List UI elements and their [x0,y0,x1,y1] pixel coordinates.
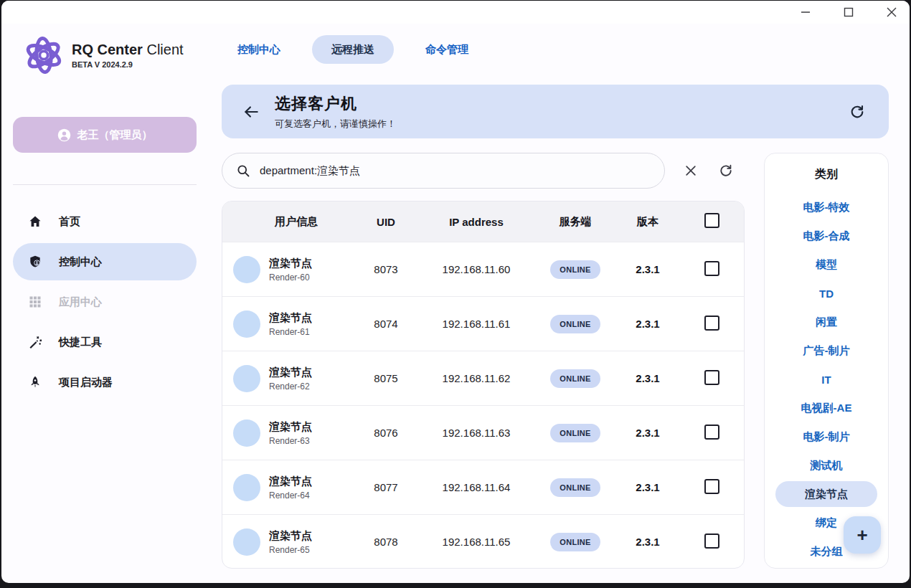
col-header-user: 用户信息 [222,215,354,229]
client-ip: 192.168.11.62 [417,372,535,384]
category-item[interactable]: 广告-制片 [765,336,888,365]
table-row[interactable]: 渲染节点 Render-61 8074 192.168.11.61 ONLINE… [222,296,744,351]
client-ip: 192.168.11.61 [417,318,535,330]
row-checkbox[interactable] [704,534,719,549]
status-badge: ONLINE [550,369,600,388]
status-badge: ONLINE [550,533,600,551]
status-badge: ONLINE [550,260,600,279]
tab-remote-push[interactable]: 远程推送 [312,35,394,64]
rocket-icon [27,374,43,390]
app-version: BETA V 2024.2.9 [72,60,184,69]
clear-icon [684,163,698,178]
tab-command-management[interactable]: 命令管理 [423,43,471,57]
user-badge[interactable]: 老王（管理员） [13,117,197,153]
row-checkbox[interactable] [704,261,719,276]
client-name: 渲染节点 [269,420,312,434]
client-ip: 192.168.11.64 [417,481,535,493]
search-box[interactable] [222,153,665,189]
category-item-selected[interactable]: 渲染节点 [775,481,877,507]
row-checkbox[interactable] [704,316,719,331]
sidebar-item-quick-tools[interactable]: 快捷工具 [13,323,197,361]
sidebar-item-control-center[interactable]: 控制中心 [13,243,197,280]
col-header-server: 服务端 [535,215,615,229]
client-name: 渲染节点 [269,257,312,270]
category-item[interactable]: 模型 [765,250,888,279]
top-nav: 控制中心 远程推送 命令管理 [235,35,471,64]
search-refresh-button[interactable] [717,161,735,180]
category-item[interactable]: 电视剧-AE [765,394,888,422]
category-panel-title: 类别 [765,167,888,182]
category-item[interactable]: TD [765,279,888,308]
sidebar-divider [13,184,197,185]
status-badge: ONLINE [550,424,600,442]
row-checkbox[interactable] [704,479,719,494]
category-item[interactable]: 测试机 [765,451,888,480]
client-uid: 8076 [354,427,417,439]
close-button[interactable] [884,4,900,20]
sidebar-item-app-center: 应用中心 [13,283,197,321]
refresh-icon [849,103,866,120]
status-badge: ONLINE [550,478,600,497]
row-checkbox[interactable] [704,370,719,385]
refresh-icon [718,163,734,179]
plus-icon: + [856,524,867,546]
sidebar-item-home[interactable]: 首页 [13,203,197,240]
search-input[interactable] [258,164,664,178]
add-category-button[interactable]: + [844,516,881,554]
sidebar-item-label: 快捷工具 [59,336,102,349]
sidebar-item-label: 首页 [59,215,80,229]
select-all-checkbox[interactable] [704,213,719,228]
sidebar-item-project-launcher[interactable]: 项目启动器 [13,364,197,401]
category-item[interactable]: IT [765,365,888,394]
table-header: 用户信息 UID IP address 服务端 版本 [222,201,744,242]
sidebar-item-label: 应用中心 [59,295,102,309]
search-icon [236,163,250,178]
maximize-button[interactable] [841,4,856,20]
app-window: RQ Center Client BETA V 2024.2.9 老王（管理员）… [1,1,910,583]
client-name: 渲染节点 [269,366,312,379]
avatar [233,310,260,338]
atom-logo-icon [22,33,66,77]
category-item[interactable]: 电影-特效 [765,193,888,222]
sidebar-item-label: 控制中心 [59,255,102,269]
app-title: RQ Center Client [72,42,184,57]
banner-refresh-button[interactable] [847,102,867,122]
category-item[interactable]: 电影-制片 [765,422,888,451]
category-list: 电影-特效 电影-合成 模型 TD 闲置 广告-制片 IT 电视剧-AE 电影-… [765,193,888,566]
sidebar-menu: 首页 控制中心 应用中心 快捷工具 项目启动器 [13,203,197,404]
minimize-button[interactable] [798,4,813,20]
client-ip: 192.168.11.63 [417,427,535,439]
table-row[interactable]: 渲染节点 Render-62 8075 192.168.11.62 ONLINE… [222,351,744,405]
row-checkbox[interactable] [704,425,719,440]
clear-search-button[interactable] [681,161,700,180]
client-uid: 8075 [354,372,417,384]
table-row[interactable]: 渲染节点 Render-65 8078 192.168.11.65 ONLINE… [222,514,744,569]
client-version: 2.3.1 [615,481,680,493]
close-icon [887,7,897,17]
status-badge: ONLINE [550,315,600,333]
select-client-banner: 选择客户机 可复选客户机，请谨慎操作！ [222,85,889,138]
client-hostname: Render-60 [269,272,312,283]
category-item[interactable]: 电影-合成 [765,222,888,250]
client-version: 2.3.1 [615,318,680,330]
user-label: 老王（管理员） [77,128,153,142]
col-header-uid: UID [354,216,417,228]
client-hostname: Render-62 [269,381,312,392]
table-row[interactable]: 渲染节点 Render-60 8073 192.168.11.60 ONLINE… [222,242,744,296]
table-row[interactable]: 渲染节点 Render-63 8076 192.168.11.63 ONLINE… [222,405,744,460]
page-title: 选择客户机 [275,93,396,115]
avatar [233,528,260,556]
client-ip: 192.168.11.60 [417,263,535,275]
table-row[interactable]: 渲染节点 Render-64 8077 192.168.11.64 ONLINE… [222,460,744,514]
tab-control-center[interactable]: 控制中心 [235,43,283,57]
client-version: 2.3.1 [615,427,680,439]
client-uid: 8074 [354,318,417,330]
avatar [233,365,260,392]
client-version: 2.3.1 [615,263,680,275]
grid-icon [27,294,43,310]
client-version: 2.3.1 [615,536,680,548]
client-name: 渲染节点 [269,311,312,325]
back-button[interactable] [240,101,262,123]
category-item[interactable]: 闲置 [765,308,888,336]
client-version: 2.3.1 [615,372,680,384]
